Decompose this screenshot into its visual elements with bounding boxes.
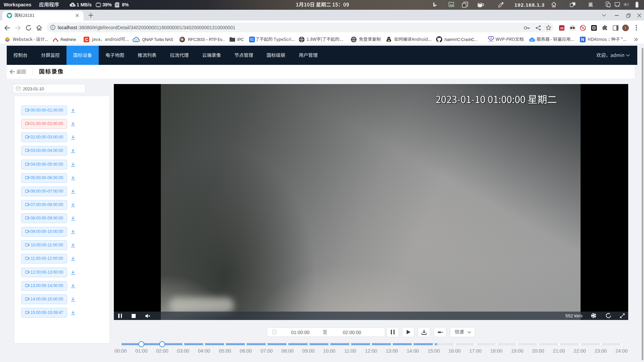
svg-text:WVP-PRO: WVP-PRO — [488, 41, 494, 42]
